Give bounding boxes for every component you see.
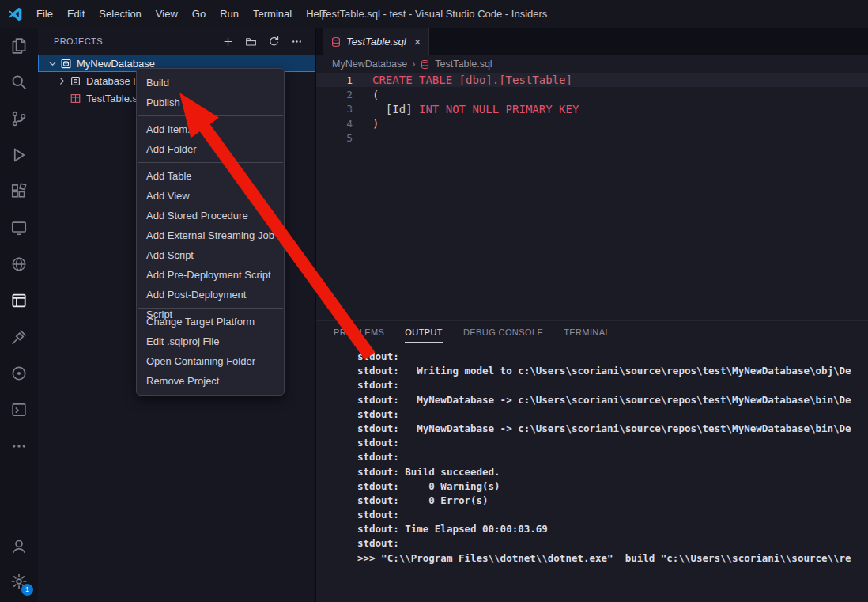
output-line: stdout: [357, 350, 868, 364]
connections-icon [10, 328, 28, 346]
activity-bar-item-accounts[interactable] [0, 529, 38, 564]
code-line-text: CREATE TABLE [dbo].[TestTable] [353, 74, 572, 86]
code-line[interactable]: 4) [316, 116, 868, 131]
explorer-icon [10, 37, 28, 55]
activity-bar-item-notebooks[interactable] [0, 392, 38, 428]
database-file-icon [420, 59, 430, 70]
context-menu-item-change-target-platform[interactable]: Change Target Platform [137, 312, 284, 331]
context-menu-item-add-folder[interactable]: Add Folder [137, 139, 284, 159]
output-line: stdout: MyNewDatabase -> c:\Users\scoria… [357, 422, 868, 436]
line-number: 2 [316, 89, 353, 100]
context-menu-item-edit-sqlproj-file[interactable]: Edit .sqlproj File [137, 331, 284, 351]
extensions-icon [10, 183, 28, 200]
code-editor[interactable]: 1CREATE TABLE [dbo].[TestTable]2(3 [Id] … [316, 73, 868, 146]
panel-tab-problems[interactable]: PROBLEMS [334, 328, 384, 337]
activity-bar-item-connections[interactable] [0, 319, 38, 355]
title-bar: FileEditSelectionViewGoRunTerminalHelp T… [0, 0, 868, 28]
more-icon [291, 36, 303, 47]
output-line: stdout: Writing model to c:\Users\scoria… [357, 364, 868, 378]
source-control-icon [10, 110, 28, 127]
code-line[interactable]: 2( [316, 87, 868, 101]
notebooks-icon [10, 401, 28, 418]
bottom-panel: PROBLEMSOUTPUTDEBUG CONSOLETERMINAL stdo… [316, 320, 868, 602]
menu-go[interactable]: Go [185, 0, 213, 28]
activity-bar-item-run-and-debug[interactable] [0, 137, 38, 173]
output-console[interactable]: stdout:stdout: Writing model to c:\Users… [316, 343, 868, 602]
output-line: stdout: MyNewDatabase -> c:\Users\scoria… [357, 393, 868, 407]
settings-badge: 1 [21, 584, 33, 596]
menu-separator [138, 162, 283, 163]
menu-selection[interactable]: Selection [92, 0, 148, 28]
context-menu-item-add-item[interactable]: Add Item... [137, 119, 284, 139]
activity-bar-item-remote-explorer[interactable] [0, 210, 38, 246]
context-menu-item-remove-project[interactable]: Remove Project [137, 371, 284, 391]
context-menu-item-add-external-streaming-job[interactable]: Add External Streaming Job [137, 225, 284, 245]
open-folder-icon [245, 36, 257, 47]
activity-bar-item-explorer[interactable] [0, 28, 38, 64]
panel-tab-output[interactable]: OUTPUT [405, 328, 443, 337]
menu-run[interactable]: Run [213, 0, 246, 28]
output-line: stdout: Time Elapsed 00:00:03.69 [357, 522, 868, 536]
output-line: >>> "C:\\Program Files\\dotnet\\dotnet.e… [357, 551, 868, 566]
menu-view[interactable]: View [149, 0, 185, 28]
context-menu-item-build[interactable]: Build [137, 73, 284, 93]
tab-label: TestTable.sql [346, 36, 406, 47]
context-menu-item-add-post-deployment-script[interactable]: Add Post-Deployment Script [137, 285, 284, 305]
line-number: 4 [316, 118, 353, 130]
context-menu-item-publish[interactable]: Publish [137, 93, 284, 112]
open-project-button[interactable] [243, 33, 259, 49]
activity-bar-item-more[interactable] [0, 428, 38, 464]
chevron-down-icon [47, 59, 58, 69]
refresh-projects-button[interactable] [266, 33, 281, 49]
breadcrumb-item-project[interactable]: MyNewDatabase [332, 59, 407, 70]
code-line[interactable]: 5 [316, 131, 868, 146]
output-line: stdout: 0 Warning(s) [357, 479, 868, 494]
menu-terminal[interactable]: Terminal [246, 0, 299, 28]
code-line[interactable]: 1CREATE TABLE [dbo].[TestTable] [316, 73, 868, 87]
activity-bar: 1 [0, 28, 38, 602]
line-number: 1 [316, 74, 353, 86]
sql-extension-icon [10, 365, 28, 382]
run-and-debug-icon [10, 146, 28, 164]
breadcrumb-item-file[interactable]: TestTable.sql [435, 59, 492, 70]
menu-separator [138, 115, 283, 116]
context-menu-item-add-table[interactable]: Add Table [137, 166, 284, 186]
menu-file[interactable]: File [29, 0, 60, 28]
breadcrumb: MyNewDatabase › TestTable.sql [316, 55, 868, 73]
code-line[interactable]: 3 [Id] INT NOT NULL PRIMARY KEY [316, 102, 868, 116]
activity-bar-item-extensions[interactable] [0, 173, 38, 210]
activity-bar-item-live-share[interactable] [0, 246, 38, 282]
line-number: 3 [316, 103, 353, 115]
context-menu-item-open-containing-folder[interactable]: Open Containing Folder [137, 351, 284, 371]
output-line: stdout: [357, 450, 868, 464]
context-menu-item-add-view[interactable]: Add View [137, 186, 284, 206]
activity-bar-item-database-projects[interactable] [0, 282, 38, 319]
chevron-right-icon [57, 76, 67, 86]
database-projects-icon [10, 292, 28, 309]
refresh-icon [268, 36, 280, 47]
tab-bar: TestTable.sql × [316, 28, 868, 55]
context-menu-item-add-stored-procedure[interactable]: Add Stored Procedure [137, 206, 284, 225]
code-line-text: ( [353, 89, 379, 101]
panel-tab-bar: PROBLEMSOUTPUTDEBUG CONSOLETERMINAL [316, 321, 868, 343]
panel-tab-terminal[interactable]: TERMINAL [564, 328, 610, 337]
context-menu-item-add-script[interactable]: Add Script [137, 245, 284, 265]
add-project-button[interactable] [220, 33, 236, 49]
activity-bar-item-source-control[interactable] [0, 100, 38, 137]
menu-edit[interactable]: Edit [60, 0, 92, 28]
menu-help[interactable]: Help [299, 0, 334, 28]
sidebar-header: PROJECTS [38, 28, 315, 55]
more-actions-button[interactable] [289, 33, 304, 49]
activity-bar-item-settings[interactable]: 1 [0, 564, 38, 599]
context-menu-item-add-pre-deployment-script[interactable]: Add Pre-Deployment Script [137, 265, 284, 285]
activity-bar-item-search[interactable] [0, 64, 38, 100]
database-file-icon [330, 36, 342, 47]
editor-tab-testtable[interactable]: TestTable.sql × [323, 28, 429, 55]
tab-close-icon[interactable]: × [414, 36, 421, 47]
panel-tab-debug-console[interactable]: DEBUG CONSOLE [463, 328, 543, 337]
activity-bar-item-sql-extension[interactable] [0, 355, 38, 392]
live-share-icon [10, 256, 28, 273]
remote-explorer-icon [10, 219, 28, 237]
search-icon [10, 74, 28, 91]
table-icon [70, 93, 81, 104]
